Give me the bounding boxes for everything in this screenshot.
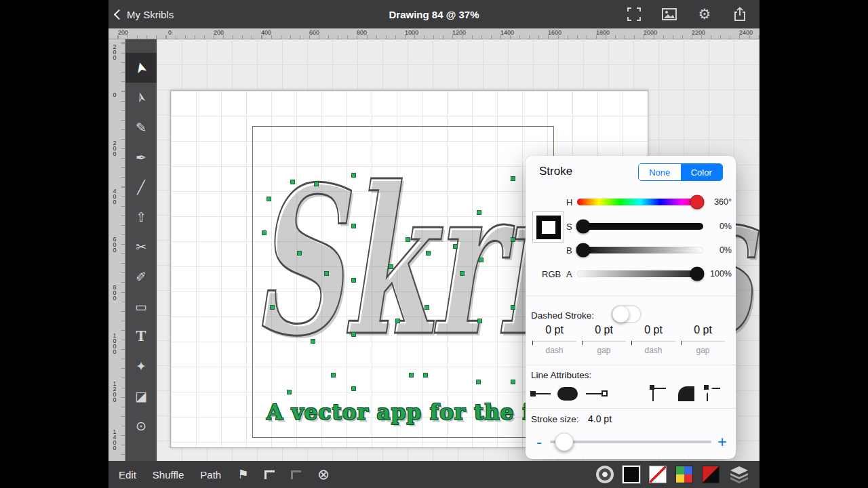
brush-tool[interactable]: ✐ [125, 262, 157, 291]
join-bevel-icon[interactable] [703, 385, 726, 403]
anchor-node[interactable] [267, 197, 271, 201]
anchor-node[interactable] [331, 373, 336, 378]
eyedropper-tool[interactable]: ✦ [125, 351, 157, 381]
bottom-bar-right [596, 461, 750, 488]
anchor-node[interactable] [453, 244, 458, 249]
anchor-node[interactable] [395, 319, 400, 323]
divider [526, 296, 736, 296]
remove-point-icon[interactable]: ⊗ [317, 466, 330, 483]
alpha-slider-knob[interactable] [690, 267, 705, 281]
anchor-node[interactable] [426, 251, 431, 256]
gradient-tool[interactable]: ◪ [125, 381, 157, 411]
anchor-node[interactable] [479, 258, 484, 262]
segment-none[interactable]: None [639, 164, 681, 180]
layers-icon[interactable] [728, 466, 750, 483]
segment-color[interactable]: Color [681, 164, 723, 180]
anchor-node[interactable] [287, 390, 292, 394]
ruler-label: 200 [214, 29, 224, 36]
corner-join-icon[interactable] [264, 470, 275, 479]
stroke-popover: Stroke None Color H 360° S 0% B [526, 156, 736, 459]
saturation-slider[interactable] [577, 223, 703, 230]
anchor-node[interactable] [511, 305, 515, 310]
anchor-node[interactable] [314, 182, 319, 186]
transform-arrow-icon: ⇧ [136, 209, 146, 225]
rgb-mode-button[interactable]: RGB [542, 269, 561, 279]
anchor-node[interactable] [476, 380, 481, 384]
alpha-slider[interactable] [577, 270, 703, 277]
target-style-swatch[interactable] [596, 466, 614, 483]
direct-select-arrow-icon: ➢ [132, 89, 151, 105]
dashed-stroke-toggle[interactable] [611, 305, 642, 323]
line-tool[interactable]: ╱ [125, 172, 157, 202]
alpha-value: 100% [703, 269, 732, 279]
brightness-slider-knob[interactable] [576, 243, 591, 258]
anchor-node[interactable] [423, 373, 428, 378]
edit-button[interactable]: Edit [119, 469, 136, 481]
fit-to-screen-icon[interactable] [627, 7, 642, 22]
flag-icon[interactable]: ⚑ [237, 467, 248, 482]
anchor-node[interactable] [270, 305, 275, 310]
no-fill-swatch[interactable] [649, 466, 667, 483]
stroke-size-slider[interactable] [550, 441, 711, 443]
rectangle-tool[interactable]: ▭ [125, 291, 157, 321]
dash-field-rule [631, 341, 675, 344]
gap-value-field[interactable]: 0 pt [579, 324, 629, 336]
transform-tool[interactable]: ⇧ [125, 202, 157, 232]
dash-value-field[interactable]: 0 pt [530, 324, 579, 336]
anchor-node[interactable] [477, 210, 481, 215]
anchor-node[interactable] [406, 237, 410, 242]
photos-icon[interactable] [662, 7, 677, 22]
anchor-node[interactable] [409, 373, 414, 378]
anchor-node[interactable] [425, 305, 429, 310]
cap-round-icon-selected[interactable] [557, 385, 580, 403]
text-tool[interactable]: T [125, 321, 157, 351]
join-miter-icon[interactable] [648, 385, 671, 403]
anchor-node[interactable] [290, 180, 295, 184]
anchor-node[interactable] [460, 271, 465, 276]
hue-slider-knob[interactable] [690, 195, 705, 209]
anchor-node[interactable] [297, 251, 302, 256]
anchor-node[interactable] [351, 332, 356, 337]
join-round-icon-selected[interactable] [675, 385, 698, 403]
ruler-label: 400 [261, 29, 271, 36]
back-button[interactable]: My Skribls [115, 0, 174, 28]
anchor-node[interactable] [262, 230, 267, 235]
direct-select-tool[interactable]: ➢ [125, 83, 157, 113]
shuffle-button[interactable]: Shuffle [153, 469, 184, 481]
dash-field-label: dash [530, 346, 579, 355]
anchor-node[interactable] [351, 386, 356, 391]
saturation-slider-knob[interactable] [576, 220, 591, 234]
target-tool[interactable]: ⊙ [125, 411, 157, 441]
gradient-swatch[interactable] [702, 466, 719, 483]
increase-stroke-button[interactable]: + [714, 434, 730, 450]
anchor-node[interactable] [511, 237, 515, 242]
brightness-slider[interactable] [577, 247, 703, 253]
path-button[interactable]: Path [200, 469, 221, 481]
anchor-node[interactable] [477, 319, 482, 323]
dash-field-label: dash [629, 346, 678, 355]
anchor-node[interactable] [511, 380, 515, 384]
cap-butt-icon[interactable] [530, 385, 553, 403]
cap-square-icon[interactable] [585, 385, 608, 403]
anchor-node[interactable] [351, 224, 356, 228]
gap-value-field[interactable]: 0 pt [678, 324, 728, 336]
anchor-node[interactable] [351, 173, 356, 178]
share-icon[interactable] [732, 7, 747, 22]
stroke-color-swatch-selected[interactable] [623, 466, 640, 483]
pencil-tool[interactable]: ✎ [125, 113, 157, 142]
color-palette-swatch[interactable] [675, 466, 693, 483]
anchor-node[interactable] [324, 271, 329, 276]
pen-tool[interactable]: ✒ [125, 142, 157, 172]
dash-value-field[interactable]: 0 pt [629, 324, 678, 336]
anchor-node[interactable] [511, 176, 515, 181]
settings-gear-icon[interactable]: ⚙ [697, 7, 712, 22]
anchor-node[interactable] [351, 278, 356, 283]
hue-slider[interactable] [577, 199, 703, 205]
anchor-node[interactable] [311, 339, 315, 344]
scissors-tool[interactable]: ✂ [125, 232, 157, 262]
decrease-stroke-button[interactable]: - [531, 434, 547, 450]
stroke-size-knob[interactable] [555, 433, 574, 451]
corner-join-icon-disabled[interactable] [291, 470, 301, 479]
select-tool[interactable]: ➤ [125, 53, 157, 83]
anchor-node[interactable] [389, 264, 393, 269]
